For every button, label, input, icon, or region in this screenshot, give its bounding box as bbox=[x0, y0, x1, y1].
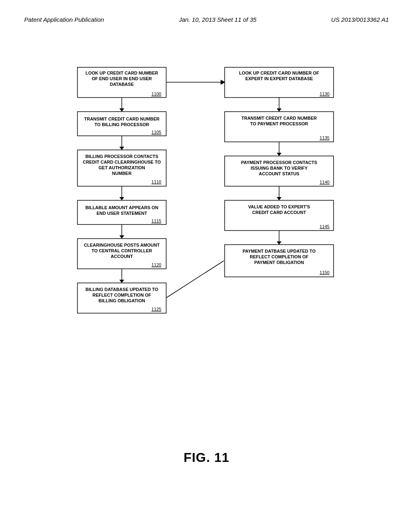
svg-text:PAYMENT PROCESSOR CONTACTS: PAYMENT PROCESSOR CONTACTS bbox=[241, 160, 317, 165]
diagram-container: LOOK UP CREDIT CARD NUMBER OF END USER I… bbox=[0, 63, 413, 426]
svg-text:DATABASE: DATABASE bbox=[110, 82, 133, 87]
svg-text:BILLING PROCESSOR CONTACTS: BILLING PROCESSOR CONTACTS bbox=[86, 154, 159, 159]
svg-marker-20 bbox=[119, 197, 124, 200]
svg-text:VALUE ADDED TO EXPERT'S: VALUE ADDED TO EXPERT'S bbox=[248, 204, 310, 209]
svg-line-71 bbox=[166, 261, 224, 298]
svg-text:1140: 1140 bbox=[320, 180, 330, 185]
svg-text:ACCOUNT: ACCOUNT bbox=[111, 254, 133, 259]
svg-marker-65 bbox=[277, 241, 282, 245]
header-left: Patent Application Publication bbox=[24, 16, 104, 23]
svg-text:TRANSMIT CREDIT CARD NUMBER: TRANSMIT CREDIT CARD NUMBER bbox=[84, 116, 160, 121]
svg-text:ACCOUNT STATUS: ACCOUNT STATUS bbox=[259, 171, 299, 176]
svg-text:BILLING DATABASE UPDATED TO: BILLING DATABASE UPDATED TO bbox=[86, 287, 159, 292]
svg-marker-12 bbox=[119, 147, 124, 150]
svg-text:REFLECT COMPLETION OF: REFLECT COMPLETION OF bbox=[92, 293, 151, 297]
svg-text:CREDIT CARD CLEARINGHOUSE TO: CREDIT CARD CLEARINGHOUSE TO bbox=[83, 160, 161, 164]
svg-text:BILLING OBLIGATION: BILLING OBLIGATION bbox=[98, 298, 145, 303]
svg-marker-46 bbox=[277, 108, 282, 112]
svg-text:1150: 1150 bbox=[320, 270, 330, 275]
svg-text:1125: 1125 bbox=[152, 307, 161, 312]
svg-marker-59 bbox=[277, 197, 282, 200]
svg-text:1135: 1135 bbox=[320, 135, 330, 140]
header-middle: Jan. 10, 2013 Sheet 11 of 35 bbox=[179, 16, 257, 23]
svg-text:ISSUING BANK TO VERIFY: ISSUING BANK TO VERIFY bbox=[251, 166, 308, 170]
svg-text:LOOK UP CREDIT CARD NUMBER: LOOK UP CREDIT CARD NUMBER bbox=[86, 71, 158, 75]
svg-text:PAYMENT DATBASE UPDATED TO: PAYMENT DATBASE UPDATED TO bbox=[243, 249, 316, 254]
svg-text:REFLECT COMPLETION OF: REFLECT COMPLETION OF bbox=[250, 254, 309, 259]
svg-text:CREDIT CARD ACCOUNT: CREDIT CARD ACCOUNT bbox=[252, 210, 306, 215]
svg-marker-52 bbox=[277, 153, 282, 156]
flowchart-svg: LOOK UP CREDIT CARD NUMBER OF END USER I… bbox=[65, 63, 348, 426]
svg-marker-6 bbox=[119, 108, 124, 112]
svg-text:EXPERT IN EXPERT DATABASE: EXPERT IN EXPERT DATABASE bbox=[245, 76, 313, 81]
svg-text:LOOK UP CREDIT CARD NUMBER OF: LOOK UP CREDIT CARD NUMBER OF bbox=[239, 71, 319, 75]
svg-text:BILLABLE AMOUNT APPEARS ON: BILLABLE AMOUNT APPEARS ON bbox=[86, 205, 159, 210]
svg-text:1105: 1105 bbox=[152, 130, 161, 135]
svg-text:END USER STATEMENT: END USER STATEMENT bbox=[96, 211, 147, 216]
svg-text:CLEARINGHOUSE POSTS AMOUNT: CLEARINGHOUSE POSTS AMOUNT bbox=[84, 243, 160, 247]
svg-text:TO BILLING PROCESSOR: TO BILLING PROCESSOR bbox=[94, 122, 149, 127]
page-header: Patent Application Publication Jan. 10, … bbox=[0, 0, 413, 31]
svg-text:1110: 1110 bbox=[152, 179, 161, 184]
svg-text:NUMBER: NUMBER bbox=[112, 171, 131, 176]
svg-marker-26 bbox=[119, 235, 124, 239]
svg-text:TRANSMIT CREDIT CARD NUMBER: TRANSMIT CREDIT CARD NUMBER bbox=[242, 116, 317, 121]
svg-text:GET AUTHORIZATION: GET AUTHORIZATION bbox=[98, 165, 145, 170]
svg-text:PAYMENT OBLIGATION: PAYMENT OBLIGATION bbox=[254, 260, 304, 265]
svg-text:1120: 1120 bbox=[152, 262, 161, 267]
svg-text:1115: 1115 bbox=[152, 218, 161, 223]
header-right: US 2013/0013362 A1 bbox=[331, 16, 389, 23]
svg-text:1145: 1145 bbox=[320, 224, 330, 229]
svg-text:1100: 1100 bbox=[152, 91, 161, 96]
svg-text:TO CENTRAL CONTROLLER: TO CENTRAL CONTROLLER bbox=[92, 248, 152, 253]
svg-text:TO PAYMENT PROCESSOR: TO PAYMENT PROCESSOR bbox=[250, 121, 308, 126]
svg-marker-33 bbox=[119, 280, 124, 283]
svg-text:1130: 1130 bbox=[320, 91, 330, 96]
figure-label: FIG. 11 bbox=[0, 450, 413, 465]
svg-text:OF END USER IN END USER: OF END USER IN END USER bbox=[92, 76, 152, 81]
